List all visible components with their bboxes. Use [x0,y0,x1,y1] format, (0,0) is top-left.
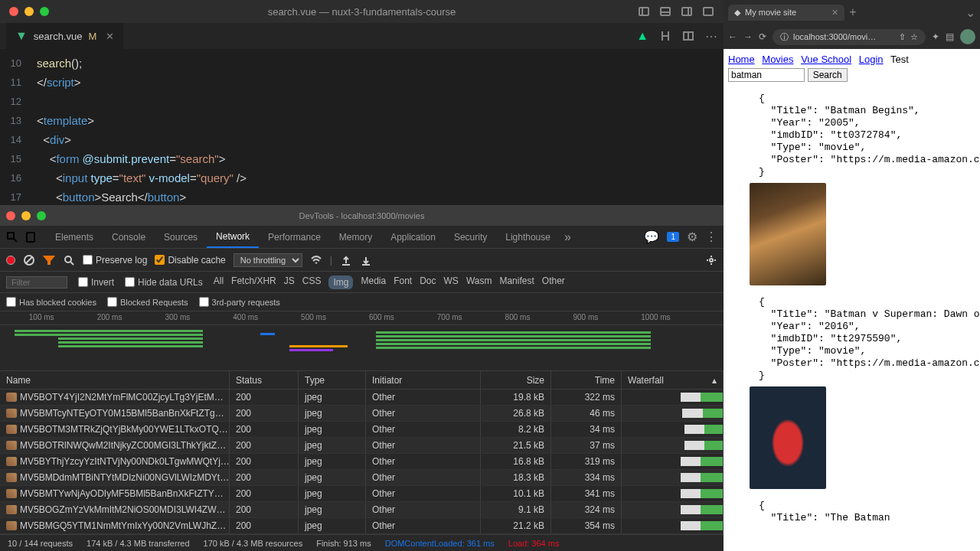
filter-wasm[interactable]: Wasm [466,276,492,289]
network-toolbar: Preserve log Disable cache No throttling… [0,249,724,272]
network-table[interactable]: NameStatusTypeInitiatorSizeTimeWaterfall… [0,371,724,534]
forward-button[interactable]: → [743,31,753,42]
compare-icon[interactable] [659,30,671,42]
address-bar[interactable]: ⓘ localhost:3000/movi… ⇧ ☆ [773,29,926,45]
wifi-icon[interactable] [310,254,322,266]
profile-avatar[interactable] [960,29,975,44]
table-row[interactable]: MV5BMGQ5YTM1NmMtYmIxYy00N2VmLWJhZ…200jpe… [0,518,724,534]
issues-badge: 1 [667,232,679,242]
gear-icon[interactable]: ⚙ [687,230,697,244]
clear-icon[interactable] [23,254,35,266]
split-icon[interactable] [682,30,694,42]
more-icon[interactable]: ⋯ [705,29,717,44]
table-row[interactable]: MV5BMTcyNTEyOTY0M15BMl5BanBnXkFtZTg…200j… [0,406,724,422]
chevron-down-icon[interactable]: ⌄ [965,5,975,20]
tab-title: My movie site [745,8,796,17]
nav-movies[interactable]: Movies [762,54,793,65]
table-row[interactable]: MV5BMTYwNjAyODIyMF5BMl5BanBnXkFtZTY…200j… [0,486,724,502]
settings-icon[interactable] [705,254,717,266]
filter-js[interactable]: JS [284,276,295,289]
nav-vue-school[interactable]: Vue School [801,54,851,65]
record-button[interactable] [6,256,15,265]
tab-performance[interactable]: Performance [259,226,330,248]
back-button[interactable]: ← [728,31,737,42]
browser-tab[interactable]: ◆ My movie site ✕ [728,5,844,21]
filter-manifest[interactable]: Manifest [499,276,534,289]
filter-icon[interactable] [43,254,55,266]
new-tab-button[interactable]: + [849,5,856,19]
tab-application[interactable]: Application [381,226,445,248]
inspect-icon[interactable] [6,231,18,243]
invert-checkbox[interactable]: Invert [78,277,114,288]
table-row[interactable]: MV5BOTM3MTRkZjQtYjBkMy00YWE1LTkxOTQ…200j… [0,422,724,438]
reload-button[interactable]: ⟳ [759,31,766,42]
maximize-icon[interactable] [37,211,46,220]
table-row[interactable]: MV5BMDdmMTBiNTYtMDIzNi00NGVlLWIzMDYt…200… [0,470,724,486]
browser-content[interactable]: Home Movies Vue School Login Test Search… [724,49,980,551]
maximize-window[interactable] [40,7,49,16]
hide-data-urls-checkbox[interactable]: Hide data URLs [125,277,203,288]
panel-bottom-icon[interactable] [659,5,671,18]
throttling-select[interactable]: No throttling [234,253,302,267]
tab-lighthouse[interactable]: Lighthouse [496,226,560,248]
upload-icon[interactable] [340,254,352,266]
share-icon[interactable]: ⇧ [899,32,906,42]
table-row[interactable]: MV5BOTRlNWQwM2ItNjkyZC00MGI3LThkYjktZ…20… [0,438,724,454]
search-button[interactable]: Search [808,68,848,82]
tab-security[interactable]: Security [445,226,496,248]
filter-font[interactable]: Font [394,276,412,289]
filter-input[interactable] [6,276,67,289]
issues-icon[interactable]: 💬 [644,230,659,244]
transferred-size: 174 kB / 4.3 MB transferred [87,539,190,548]
filter-img[interactable]: Img [328,276,353,289]
window-controls[interactable] [9,7,49,16]
table-row[interactable]: MV5BOGZmYzVkMmItM2NiOS00MDI3LWI4ZW…200jp… [0,502,724,518]
filter-all[interactable]: All [214,276,224,289]
tab-network[interactable]: Network [207,226,259,248]
nav-home[interactable]: Home [728,54,755,65]
panel-left-icon[interactable] [638,5,650,18]
movie-poster [750,386,826,489]
preserve-log-checkbox[interactable]: Preserve log [83,255,147,266]
site-info-icon[interactable]: ⓘ [780,31,789,43]
table-header[interactable]: NameStatusTypeInitiatorSizeTimeWaterfall… [0,371,724,390]
panel-right-icon[interactable] [681,5,693,18]
close-tab-icon[interactable]: ✕ [106,31,114,42]
extensions-icon[interactable]: ✦ [932,31,939,42]
minimize-window[interactable] [24,7,34,16]
tab-sources[interactable]: Sources [155,226,207,248]
tab-elements[interactable]: Elements [46,226,103,248]
tab-memory[interactable]: Memory [330,226,381,248]
editor-title-bar: search.vue — nuxt-3-fundamentals-course [0,0,724,23]
editor-layout-icons[interactable] [638,5,714,18]
download-icon[interactable] [360,254,372,266]
nav-test[interactable]: Test [890,54,909,65]
network-timeline[interactable]: 100 ms200 ms300 ms400 ms500 ms600 ms700 … [0,311,724,371]
filter-media[interactable]: Media [361,276,386,289]
minimize-icon[interactable] [21,211,31,220]
device-icon[interactable] [24,231,37,243]
filter-doc[interactable]: Doc [420,276,436,289]
nav-login[interactable]: Login [859,54,884,65]
code-editor[interactable]: 10search();11</script>1213<template>14 <… [0,49,724,205]
filter-other[interactable]: Other [542,276,565,289]
close-tab-icon[interactable]: ✕ [831,8,838,18]
close-window[interactable] [9,7,18,16]
tab-console[interactable]: Console [103,226,155,248]
filter-fetch/xhr[interactable]: Fetch/XHR [231,276,276,289]
file-tab-search-vue[interactable]: ▼ search.vue M ✕ [6,23,123,49]
filter-css[interactable]: CSS [302,276,322,289]
nuxt-icon[interactable]: ▲ [636,29,648,43]
filter-ws[interactable]: WS [444,276,459,289]
bookmark-icon[interactable]: ☆ [910,32,918,42]
table-row[interactable]: MV5BOTY4YjI2N2MtYmFlMC00ZjcyLTg3YjEtM…20… [0,390,724,406]
table-row[interactable]: MV5BYThjYzcyYzItNTVjNy00NDk0LTgwMWQtYj…2… [0,454,724,470]
close-icon[interactable] [6,211,15,220]
reader-icon[interactable]: ▤ [946,31,954,42]
disable-cache-checkbox[interactable]: Disable cache [155,255,225,266]
more-icon[interactable]: ⋮ [705,230,717,244]
search-icon[interactable] [63,254,75,266]
layout-icon[interactable] [702,5,714,18]
search-input[interactable] [728,68,805,82]
devtools-window-controls[interactable] [6,211,46,220]
